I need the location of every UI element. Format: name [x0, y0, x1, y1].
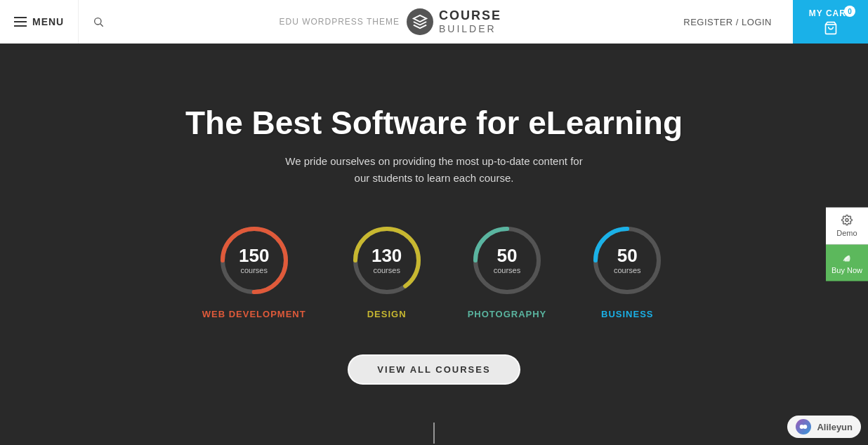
logo-icon	[407, 8, 433, 35]
gear-icon	[841, 215, 853, 226]
stat-number-design: 130	[371, 246, 402, 265]
register-login-button[interactable]: REGISTER / LOGIN	[662, 17, 793, 27]
stat-item-business[interactable]: 50 courses BUSINESS	[588, 222, 666, 319]
stat-name-design: DESIGN	[367, 309, 407, 319]
view-all-courses-button[interactable]: VIEW ALL COURSES	[348, 354, 520, 385]
menu-button[interactable]: MENU	[0, 0, 79, 44]
circle-web-dev: 150 courses	[216, 222, 293, 299]
stat-number-photography: 50	[497, 246, 517, 265]
alileyun-label: Alileyun	[817, 422, 853, 432]
scroll-indicator	[433, 423, 435, 444]
stat-label-business: courses	[614, 266, 641, 274]
logo-area: EDU WORDPRESS THEME COURSE BUILDER	[118, 8, 662, 35]
stat-number-business: 50	[617, 246, 638, 265]
svg-point-0	[95, 18, 101, 25]
svg-point-13	[803, 425, 808, 429]
svg-line-1	[100, 24, 103, 27]
stat-number-web-dev: 150	[239, 246, 269, 265]
hero-subtitle-line2: our students to learn each course.	[355, 172, 514, 184]
stat-item-photography[interactable]: 50 courses PHOTOGRAPHY	[468, 222, 547, 319]
hero-title: The Best Software for eLearning	[14, 104, 854, 142]
alileyun-icon	[796, 419, 811, 434]
stat-name-web-dev: WEB DEVELOPMENT	[202, 309, 306, 319]
hero-subtitle: We pride ourselves on providing the most…	[14, 153, 854, 187]
stat-label-photography: courses	[494, 266, 521, 274]
buy-now-button[interactable]: Buy Now	[826, 245, 868, 281]
hero-subtitle-line1: We pride ourselves on providing the most…	[285, 155, 582, 167]
stat-item-web-dev[interactable]: 150 courses WEB DEVELOPMENT	[202, 222, 306, 319]
stat-label-design: courses	[373, 266, 400, 274]
svg-point-11	[846, 219, 848, 222]
cart-badge: 0	[844, 6, 855, 17]
menu-label: MENU	[32, 16, 64, 27]
search-icon	[93, 16, 104, 27]
logo[interactable]: COURSE BUILDER	[407, 8, 501, 35]
logo-course: COURSE	[439, 8, 501, 24]
circle-business: 50 courses	[588, 222, 666, 299]
demo-label: Demo	[836, 229, 857, 237]
hamburger-icon	[14, 17, 27, 27]
cart-icon	[824, 21, 838, 35]
hero-section: The Best Software for eLearning We pride…	[0, 44, 868, 445]
stat-item-design[interactable]: 130 courses DESIGN	[348, 222, 426, 319]
hero-content: The Best Software for eLearning We pride…	[0, 104, 868, 385]
header: MENU EDU WORDPRESS THEME COURSE BUILDER …	[0, 0, 868, 44]
stats-row: 150 courses WEB DEVELOPMENT 130 courses …	[14, 222, 854, 319]
logo-builder: BUILDER	[439, 23, 501, 35]
stat-name-photography: PHOTOGRAPHY	[468, 309, 547, 319]
edu-label: EDU WORDPRESS THEME	[280, 17, 400, 27]
search-button[interactable]	[79, 0, 118, 44]
logo-text: COURSE BUILDER	[439, 8, 501, 35]
circle-photography: 50 courses	[468, 222, 546, 299]
alileyun-badge: Alileyun	[787, 416, 861, 438]
side-buttons: Demo Buy Now	[826, 208, 868, 281]
leaf-icon	[841, 252, 853, 263]
stat-label-web-dev: courses	[240, 266, 268, 274]
demo-button[interactable]: Demo	[826, 208, 868, 245]
circle-design: 130 courses	[348, 222, 426, 299]
stat-name-business: BUSINESS	[601, 309, 653, 319]
cart-button[interactable]: 0 MY CART	[793, 0, 868, 44]
buy-label: Buy Now	[831, 266, 862, 274]
